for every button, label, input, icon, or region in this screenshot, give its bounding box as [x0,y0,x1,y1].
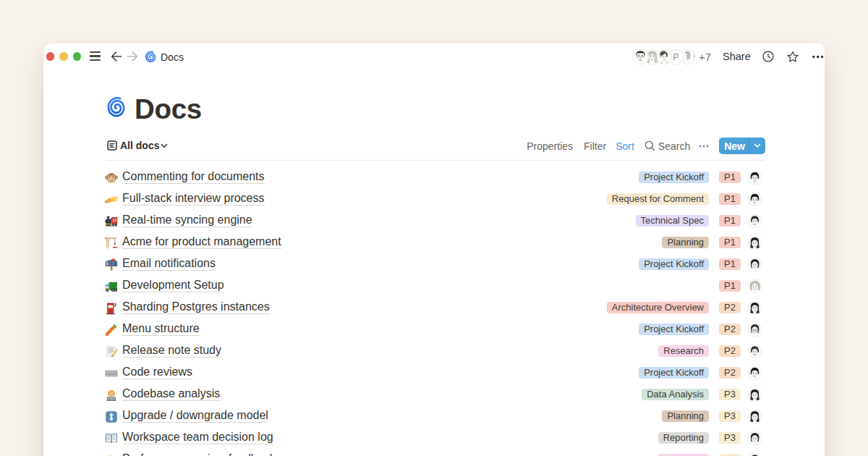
svg-text:P: P [673,51,678,62]
